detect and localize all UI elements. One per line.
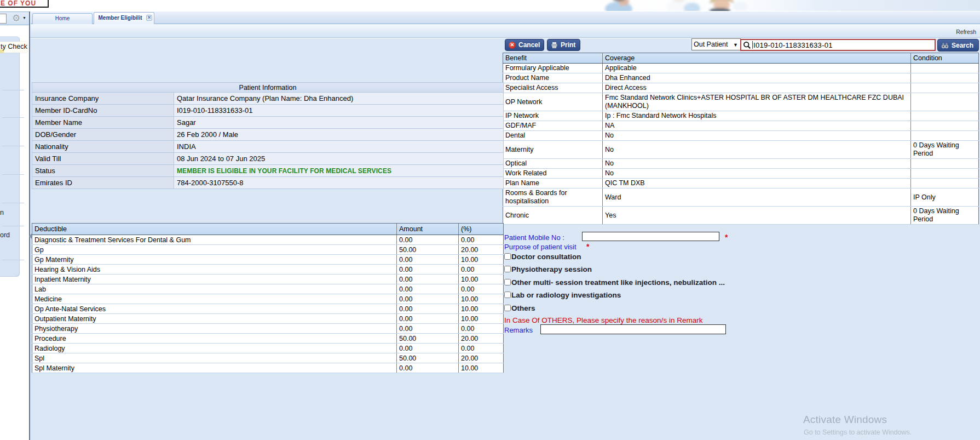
deductible-amount-cell: 0.00 — [397, 304, 459, 314]
tab-member-eligibility[interactable]: Member Eligibilit ✕ — [94, 12, 154, 24]
deductible-amount-cell: 0.00 — [397, 324, 459, 334]
benefit-row: Product Name Dha Enhanced — [503, 73, 979, 83]
refresh-link[interactable]: Refresh — [956, 28, 976, 35]
patient-info-value: Sagar — [174, 117, 504, 129]
patient-info-label: Member ID-CardNo — [32, 105, 174, 117]
percent-col-header[interactable]: (%) — [459, 224, 504, 235]
deductible-amount-cell: 0.00 — [397, 363, 459, 373]
condition-cell: IP Only — [911, 188, 979, 207]
deductible-name-cell: Physiotherapy — [32, 324, 397, 334]
purpose-option-label[interactable]: Physiotherapy session — [511, 265, 592, 273]
deductible-row: Gp 50.00 20.00 — [32, 245, 504, 255]
benefit-row: Chronic Yes 0 Days Waiting Period — [503, 207, 979, 225]
deductible-percent-cell: 10.00 — [459, 304, 504, 314]
patient-info-label: Insurance Company — [32, 93, 174, 105]
cancel-button[interactable]: ✕ Cancel — [505, 39, 544, 51]
patient-mobile-input[interactable] — [582, 232, 719, 241]
condition-cell — [911, 73, 979, 83]
condition-col-header[interactable]: Condition — [911, 53, 979, 64]
patient-info-value: 26 Feb 2000 / Male — [174, 129, 504, 141]
tab-home[interactable]: Home — [32, 13, 93, 24]
brand-logo: E OF YOU — [0, 0, 49, 8]
deductible-name-cell: Hearing & Vision Aids — [32, 265, 397, 275]
deductible-row: Spl Maternity 0.00 10.00 — [32, 363, 504, 373]
gear-dropdown-caret-icon[interactable]: ▼ — [22, 16, 26, 20]
coverage-col-header[interactable]: Coverage — [603, 53, 911, 64]
deductible-name-cell: Inpatient Maternity — [32, 275, 397, 284]
deductible-amount-cell: 0.00 — [397, 275, 459, 284]
tab-close-icon[interactable]: ✕ — [146, 15, 152, 21]
purpose-option-row: Others — [504, 304, 535, 312]
sidebar-item-selected-label[interactable]: ty Check — [1, 43, 33, 50]
benefit-row: Plan Name QIC TM DXB — [503, 179, 979, 188]
benefit-cell: Dental — [503, 131, 603, 141]
purpose-option-label[interactable]: Doctor consultation — [511, 253, 581, 261]
deductible-amount-cell: 0.00 — [397, 235, 459, 245]
deductible-row: Lab 0.00 0.00 — [32, 284, 504, 294]
patient-info-row: Emirates ID 784-2000-3107550-8 — [32, 177, 504, 189]
deductible-percent-cell: 20.00 — [459, 334, 504, 344]
gear-icon[interactable]: ⚙ — [12, 13, 20, 25]
deductible-amount-cell: 0.00 — [397, 265, 459, 275]
purpose-option-row: Doctor consultation — [504, 253, 581, 261]
sidebar-divider — [2, 203, 24, 203]
deductible-amount-cell: 0.00 — [397, 284, 459, 294]
patient-info-row: Nationality INDIA — [32, 141, 504, 153]
deductible-row: Procedure 50.00 20.00 — [32, 334, 504, 344]
benefit-col-header[interactable]: Benefit — [503, 53, 603, 64]
visit-type-select[interactable]: Out Patient — [691, 38, 741, 50]
print-button[interactable]: Print — [547, 39, 580, 51]
deductible-percent-cell: 0.00 — [459, 265, 504, 275]
benefit-row: Specialist Access Direct Access — [503, 83, 979, 93]
sidebar-item[interactable]: n — [0, 209, 4, 216]
printer-icon — [551, 42, 558, 49]
sidebar-item[interactable]: ord — [0, 231, 10, 239]
deductible-percent-cell: 0.00 — [459, 324, 504, 334]
remarks-input[interactable] — [540, 324, 726, 334]
deductible-name-cell: Gp Maternity — [32, 255, 397, 265]
deductible-percent-cell: 20.00 — [459, 245, 504, 255]
patient-info-value: MEMBER IS ELIGIBLE IN YOUR FACILITY FOR … — [174, 165, 504, 177]
coverage-cell: Ip : Fmc Standard Network Hospitals — [603, 111, 911, 121]
banner-photo — [547, 0, 980, 11]
deductible-percent-cell: 0.00 — [459, 284, 504, 294]
benefit-row: IP Network Ip : Fmc Standard Network Hos… — [503, 111, 979, 121]
benefit-cell: Product Name — [503, 73, 603, 83]
deductible-row: Op Ante-Natal Services 0.00 10.00 — [32, 304, 504, 314]
deductible-row: Diagnostic & Treatment Services For Dent… — [32, 235, 504, 245]
benefit-row: Rooms & Boards for hospitalisation Ward … — [503, 188, 979, 207]
deductible-amount-cell: 0.00 — [397, 294, 459, 304]
purpose-option-checkbox[interactable] — [504, 279, 511, 285]
purpose-option-checkbox[interactable] — [504, 253, 511, 260]
purpose-option-label[interactable]: Others — [511, 304, 535, 312]
patient-info-row: Member Name Sagar — [32, 117, 504, 129]
benefit-cell: OP Network — [503, 93, 603, 111]
amount-col-header[interactable]: Amount — [397, 224, 459, 235]
patient-info-value: 784-2000-3107550-8 — [174, 177, 504, 189]
coverage-cell: No — [603, 169, 911, 179]
coverage-cell: NA — [603, 121, 911, 131]
cancel-x-icon: ✕ — [509, 42, 516, 49]
benefit-row: Dental No — [503, 131, 979, 141]
sidebar-menu: ty Check n ord — [0, 36, 20, 277]
patient-info-label: DOB/Gender — [32, 129, 174, 141]
search-button[interactable]: Search — [937, 39, 979, 52]
patient-info-title: Patient Information — [32, 83, 504, 93]
search-input[interactable] — [753, 41, 933, 49]
mini-input[interactable] — [0, 14, 7, 24]
deductible-amount-cell: 0.00 — [397, 314, 459, 324]
benefit-row: OP Network Fmc Standard Network Clinics+… — [503, 93, 979, 111]
deductible-row: Spl 50.00 20.00 — [32, 353, 504, 363]
deductible-name-cell: Procedure — [32, 334, 397, 344]
purpose-option-checkbox[interactable] — [504, 266, 511, 272]
patient-info-value: 08 Jun 2024 to 07 Jun 2025 — [174, 153, 504, 165]
purpose-option-checkbox[interactable] — [504, 305, 511, 311]
tab-strip: Home Member Eligibilit ✕ — [31, 12, 980, 24]
deductible-col-header[interactable]: Deductible — [32, 224, 397, 235]
benefit-row: GDF/MAF NA — [503, 121, 979, 131]
benefit-cell: IP Network — [503, 111, 603, 121]
purpose-option-label[interactable]: Lab or radiology investigations — [511, 291, 621, 299]
patient-info-title-row: Patient Information — [32, 83, 504, 93]
purpose-option-label[interactable]: Other multi- session treatment like inje… — [511, 278, 725, 287]
purpose-option-checkbox[interactable] — [504, 292, 511, 298]
